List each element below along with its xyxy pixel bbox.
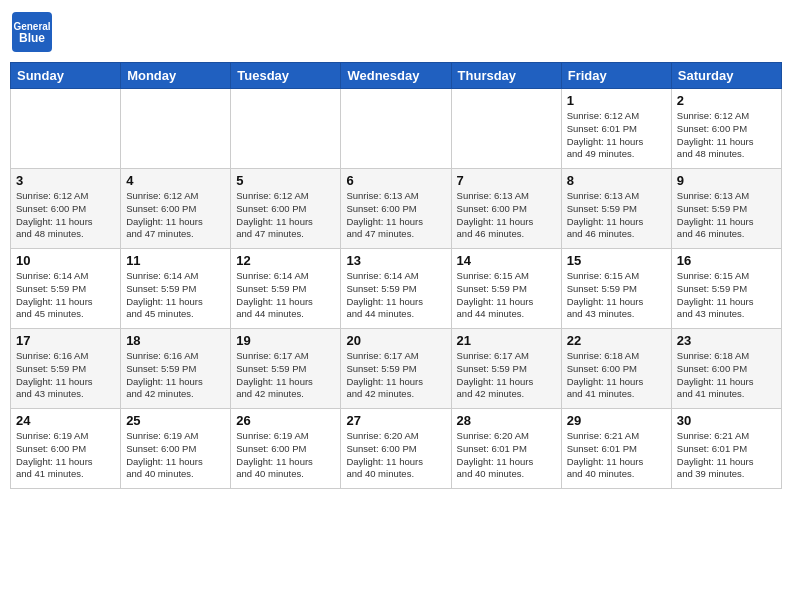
calendar-week-row: 3Sunrise: 6:12 AM Sunset: 6:00 PM Daylig… (11, 169, 782, 249)
day-info: Sunrise: 6:19 AM Sunset: 6:00 PM Dayligh… (236, 430, 335, 481)
calendar-cell: 24Sunrise: 6:19 AM Sunset: 6:00 PM Dayli… (11, 409, 121, 489)
day-number: 10 (16, 253, 115, 268)
calendar-cell: 6Sunrise: 6:13 AM Sunset: 6:00 PM Daylig… (341, 169, 451, 249)
calendar-cell: 21Sunrise: 6:17 AM Sunset: 5:59 PM Dayli… (451, 329, 561, 409)
day-number: 30 (677, 413, 776, 428)
day-info: Sunrise: 6:21 AM Sunset: 6:01 PM Dayligh… (677, 430, 776, 481)
day-info: Sunrise: 6:21 AM Sunset: 6:01 PM Dayligh… (567, 430, 666, 481)
day-info: Sunrise: 6:12 AM Sunset: 6:00 PM Dayligh… (126, 190, 225, 241)
day-info: Sunrise: 6:13 AM Sunset: 6:00 PM Dayligh… (346, 190, 445, 241)
calendar-cell: 2Sunrise: 6:12 AM Sunset: 6:00 PM Daylig… (671, 89, 781, 169)
day-number: 1 (567, 93, 666, 108)
calendar-cell (11, 89, 121, 169)
calendar-cell: 3Sunrise: 6:12 AM Sunset: 6:00 PM Daylig… (11, 169, 121, 249)
calendar-header-sunday: Sunday (11, 63, 121, 89)
calendar-cell: 28Sunrise: 6:20 AM Sunset: 6:01 PM Dayli… (451, 409, 561, 489)
day-info: Sunrise: 6:14 AM Sunset: 5:59 PM Dayligh… (16, 270, 115, 321)
day-info: Sunrise: 6:19 AM Sunset: 6:00 PM Dayligh… (16, 430, 115, 481)
calendar-cell: 22Sunrise: 6:18 AM Sunset: 6:00 PM Dayli… (561, 329, 671, 409)
page-header: General Blue (10, 10, 782, 54)
calendar-cell: 12Sunrise: 6:14 AM Sunset: 5:59 PM Dayli… (231, 249, 341, 329)
day-number: 2 (677, 93, 776, 108)
calendar-cell: 1Sunrise: 6:12 AM Sunset: 6:01 PM Daylig… (561, 89, 671, 169)
calendar-week-row: 24Sunrise: 6:19 AM Sunset: 6:00 PM Dayli… (11, 409, 782, 489)
day-info: Sunrise: 6:13 AM Sunset: 5:59 PM Dayligh… (677, 190, 776, 241)
day-info: Sunrise: 6:12 AM Sunset: 6:00 PM Dayligh… (16, 190, 115, 241)
day-number: 18 (126, 333, 225, 348)
calendar-cell: 4Sunrise: 6:12 AM Sunset: 6:00 PM Daylig… (121, 169, 231, 249)
day-number: 25 (126, 413, 225, 428)
calendar-cell: 30Sunrise: 6:21 AM Sunset: 6:01 PM Dayli… (671, 409, 781, 489)
day-number: 14 (457, 253, 556, 268)
day-info: Sunrise: 6:15 AM Sunset: 5:59 PM Dayligh… (677, 270, 776, 321)
calendar-cell (231, 89, 341, 169)
calendar-cell: 8Sunrise: 6:13 AM Sunset: 5:59 PM Daylig… (561, 169, 671, 249)
day-info: Sunrise: 6:17 AM Sunset: 5:59 PM Dayligh… (346, 350, 445, 401)
day-number: 9 (677, 173, 776, 188)
day-number: 26 (236, 413, 335, 428)
day-info: Sunrise: 6:15 AM Sunset: 5:59 PM Dayligh… (457, 270, 556, 321)
day-number: 4 (126, 173, 225, 188)
calendar-header-saturday: Saturday (671, 63, 781, 89)
calendar-cell: 13Sunrise: 6:14 AM Sunset: 5:59 PM Dayli… (341, 249, 451, 329)
day-number: 11 (126, 253, 225, 268)
day-number: 6 (346, 173, 445, 188)
calendar-cell: 19Sunrise: 6:17 AM Sunset: 5:59 PM Dayli… (231, 329, 341, 409)
calendar-cell: 26Sunrise: 6:19 AM Sunset: 6:00 PM Dayli… (231, 409, 341, 489)
calendar-cell: 5Sunrise: 6:12 AM Sunset: 6:00 PM Daylig… (231, 169, 341, 249)
calendar-cell: 17Sunrise: 6:16 AM Sunset: 5:59 PM Dayli… (11, 329, 121, 409)
calendar-cell: 11Sunrise: 6:14 AM Sunset: 5:59 PM Dayli… (121, 249, 231, 329)
calendar-cell: 15Sunrise: 6:15 AM Sunset: 5:59 PM Dayli… (561, 249, 671, 329)
day-info: Sunrise: 6:14 AM Sunset: 5:59 PM Dayligh… (236, 270, 335, 321)
day-info: Sunrise: 6:12 AM Sunset: 6:00 PM Dayligh… (236, 190, 335, 241)
calendar-cell: 10Sunrise: 6:14 AM Sunset: 5:59 PM Dayli… (11, 249, 121, 329)
day-number: 13 (346, 253, 445, 268)
day-info: Sunrise: 6:14 AM Sunset: 5:59 PM Dayligh… (126, 270, 225, 321)
day-info: Sunrise: 6:14 AM Sunset: 5:59 PM Dayligh… (346, 270, 445, 321)
calendar-header-tuesday: Tuesday (231, 63, 341, 89)
day-info: Sunrise: 6:12 AM Sunset: 6:01 PM Dayligh… (567, 110, 666, 161)
calendar-cell (121, 89, 231, 169)
calendar-table: SundayMondayTuesdayWednesdayThursdayFrid… (10, 62, 782, 489)
day-info: Sunrise: 6:19 AM Sunset: 6:00 PM Dayligh… (126, 430, 225, 481)
calendar-header-thursday: Thursday (451, 63, 561, 89)
day-number: 22 (567, 333, 666, 348)
logo-icon: General Blue (10, 10, 54, 54)
calendar-week-row: 17Sunrise: 6:16 AM Sunset: 5:59 PM Dayli… (11, 329, 782, 409)
calendar-header-row: SundayMondayTuesdayWednesdayThursdayFrid… (11, 63, 782, 89)
day-info: Sunrise: 6:13 AM Sunset: 6:00 PM Dayligh… (457, 190, 556, 241)
calendar-cell (451, 89, 561, 169)
day-number: 19 (236, 333, 335, 348)
day-number: 27 (346, 413, 445, 428)
day-number: 17 (16, 333, 115, 348)
day-number: 24 (16, 413, 115, 428)
calendar-cell: 9Sunrise: 6:13 AM Sunset: 5:59 PM Daylig… (671, 169, 781, 249)
day-number: 8 (567, 173, 666, 188)
day-number: 12 (236, 253, 335, 268)
day-number: 28 (457, 413, 556, 428)
day-info: Sunrise: 6:12 AM Sunset: 6:00 PM Dayligh… (677, 110, 776, 161)
day-info: Sunrise: 6:16 AM Sunset: 5:59 PM Dayligh… (16, 350, 115, 401)
day-info: Sunrise: 6:20 AM Sunset: 6:00 PM Dayligh… (346, 430, 445, 481)
calendar-cell: 20Sunrise: 6:17 AM Sunset: 5:59 PM Dayli… (341, 329, 451, 409)
calendar-cell: 18Sunrise: 6:16 AM Sunset: 5:59 PM Dayli… (121, 329, 231, 409)
calendar-cell: 14Sunrise: 6:15 AM Sunset: 5:59 PM Dayli… (451, 249, 561, 329)
calendar-cell: 16Sunrise: 6:15 AM Sunset: 5:59 PM Dayli… (671, 249, 781, 329)
calendar-cell: 29Sunrise: 6:21 AM Sunset: 6:01 PM Dayli… (561, 409, 671, 489)
day-info: Sunrise: 6:17 AM Sunset: 5:59 PM Dayligh… (457, 350, 556, 401)
day-number: 7 (457, 173, 556, 188)
calendar-cell: 7Sunrise: 6:13 AM Sunset: 6:00 PM Daylig… (451, 169, 561, 249)
day-info: Sunrise: 6:13 AM Sunset: 5:59 PM Dayligh… (567, 190, 666, 241)
calendar-cell: 23Sunrise: 6:18 AM Sunset: 6:00 PM Dayli… (671, 329, 781, 409)
day-number: 16 (677, 253, 776, 268)
day-info: Sunrise: 6:18 AM Sunset: 6:00 PM Dayligh… (677, 350, 776, 401)
day-number: 29 (567, 413, 666, 428)
day-info: Sunrise: 6:16 AM Sunset: 5:59 PM Dayligh… (126, 350, 225, 401)
calendar-header-monday: Monday (121, 63, 231, 89)
calendar-header-friday: Friday (561, 63, 671, 89)
day-info: Sunrise: 6:18 AM Sunset: 6:00 PM Dayligh… (567, 350, 666, 401)
day-number: 15 (567, 253, 666, 268)
day-number: 3 (16, 173, 115, 188)
day-info: Sunrise: 6:20 AM Sunset: 6:01 PM Dayligh… (457, 430, 556, 481)
day-number: 21 (457, 333, 556, 348)
